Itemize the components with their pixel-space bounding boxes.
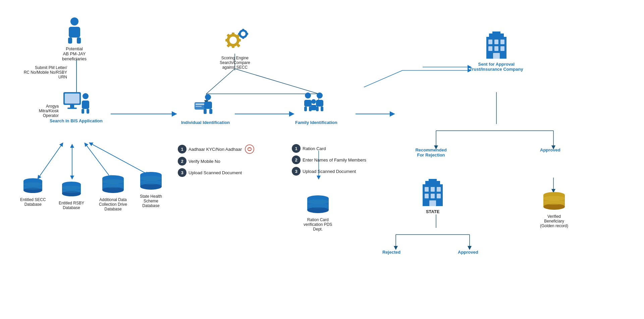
- svg-rect-117: [437, 187, 441, 192]
- approved-bottom-label: Approved: [458, 250, 478, 255]
- svg-point-70: [317, 92, 323, 99]
- svg-rect-68: [304, 107, 307, 111]
- rsby-db-label: Entitled RSBY Database: [59, 201, 84, 210]
- svg-rect-67: [304, 100, 312, 107]
- rejected-node: Rejected: [382, 250, 400, 255]
- sent-for-approval-node: Sent for Approval Trust/Insurance Compan…: [470, 30, 523, 72]
- svg-point-74: [311, 99, 316, 104]
- svg-rect-116: [431, 187, 435, 192]
- family-step-2: 2 Enter Names of Family Members: [292, 155, 366, 164]
- shsd-db-icon: [139, 171, 163, 193]
- svg-line-6: [39, 144, 62, 178]
- svg-rect-62: [242, 29, 244, 31]
- family-icon: [301, 92, 331, 117]
- rsby-db-node: Entitled RSBY Database: [59, 181, 84, 210]
- svg-rect-65: [246, 33, 248, 35]
- state-building-node: STATE: [419, 178, 446, 214]
- adcd-db-label: Additional Data Collection Drive Databas…: [99, 197, 127, 211]
- svg-line-29: [364, 70, 402, 87]
- state-building-icon: [419, 178, 446, 208]
- card-icon: [194, 94, 217, 117]
- svg-point-90: [102, 179, 124, 184]
- svg-point-51: [230, 38, 236, 43]
- svg-point-91: [102, 183, 124, 188]
- family-steps-section: 1 Ration Card 2 Enter Names of Family Me…: [292, 144, 366, 178]
- family-step-3: 3 Upload Scanned Document: [292, 167, 366, 176]
- individual-step-1: 1 Aadhaar KYC/Non Aadhaar: [178, 144, 255, 154]
- diagram: Potential AB PM-JAY beneficiaries Submit…: [0, 0, 644, 319]
- svg-rect-41: [82, 109, 84, 114]
- gear-icon: [220, 27, 250, 54]
- svg-rect-52: [232, 33, 234, 36]
- svg-rect-33: [68, 38, 72, 44]
- svg-rect-42: [87, 109, 89, 114]
- svg-rect-120: [437, 194, 441, 198]
- svg-rect-108: [488, 46, 492, 51]
- svg-rect-63: [242, 36, 244, 39]
- svg-rect-121: [429, 200, 436, 206]
- svg-rect-54: [225, 39, 229, 42]
- svg-line-3: [206, 69, 235, 94]
- svg-rect-34: [77, 38, 81, 44]
- svg-point-101: [307, 203, 329, 208]
- svg-rect-46: [209, 109, 212, 114]
- secc-db-icon: [23, 178, 43, 196]
- svg-line-11: [86, 144, 111, 178]
- svg-point-39: [83, 93, 89, 99]
- svg-point-66: [305, 92, 311, 99]
- svg-rect-55: [237, 39, 241, 42]
- svg-rect-40: [82, 101, 89, 109]
- shsd-db-node: State Health Scheme Database: [139, 171, 163, 208]
- svg-rect-118: [425, 194, 429, 198]
- svg-rect-109: [494, 46, 498, 51]
- kiosk-operator-node: Search in BIS Application: [50, 92, 103, 123]
- svg-rect-114: [429, 179, 437, 182]
- svg-line-7: [39, 144, 62, 178]
- svg-rect-45: [204, 109, 207, 114]
- secc-db-label: Entitled SECC Database: [20, 197, 46, 207]
- scoring-engine-node: Scoring Engine Search/Compare against SE…: [220, 27, 250, 70]
- svg-point-96: [140, 180, 162, 185]
- svg-point-95: [140, 176, 162, 181]
- individual-id-label: Individual Identification: [181, 120, 230, 125]
- svg-rect-111: [493, 53, 500, 59]
- family-step-circle-3: 3: [292, 167, 301, 176]
- svg-point-76: [245, 145, 254, 153]
- recommended-rejection-node: Recommended For Rejection: [409, 147, 453, 157]
- svg-rect-75: [311, 105, 316, 110]
- svg-rect-110: [500, 46, 504, 51]
- svg-rect-71: [316, 100, 323, 107]
- family-step-circle-1: 1: [292, 144, 301, 153]
- svg-point-125: [543, 196, 565, 201]
- family-id-label: Family Identification: [295, 120, 337, 125]
- svg-rect-119: [431, 194, 435, 198]
- ration-card-db-node: Ration Card verification PDS Dept.: [304, 194, 332, 232]
- individual-steps-section: 1 Aadhaar KYC/Non Aadhaar 2 Verify Mobil…: [178, 144, 255, 180]
- adcd-db-icon: [101, 174, 125, 196]
- svg-point-126: [543, 200, 565, 205]
- svg-rect-115: [425, 187, 429, 192]
- scoring-engine-label: Scoring Engine Search/Compare against SE…: [220, 56, 250, 70]
- svg-line-12: [91, 143, 148, 174]
- fingerprint-icon: [245, 144, 255, 154]
- golden-db-node: Verified Beneficiary (Golden record): [540, 191, 568, 228]
- family-id-node: Family Identification: [295, 92, 337, 125]
- svg-point-31: [70, 17, 78, 25]
- potential-beneficiary-node: Potential AB PM-JAY beneficiaries: [62, 17, 87, 61]
- potential-beneficiary-label: Potential AB PM-JAY beneficiaries: [62, 46, 87, 61]
- individual-step-2: 2 Verify Mobile No: [178, 157, 255, 166]
- svg-rect-105: [488, 40, 492, 44]
- svg-rect-49: [196, 106, 202, 107]
- svg-rect-72: [316, 107, 319, 111]
- step-circle-2: 2: [178, 157, 186, 166]
- svg-line-10: [86, 144, 111, 178]
- svg-line-13: [91, 143, 148, 174]
- svg-line-4: [235, 69, 319, 94]
- svg-rect-64: [238, 33, 241, 35]
- svg-point-86: [62, 189, 81, 193]
- recommended-rejection-label: Recommended For Rejection: [409, 147, 453, 157]
- sent-for-approval-label: Sent for Approval Trust/Insurance Compan…: [470, 62, 523, 72]
- step-circle-1: 1: [178, 145, 186, 153]
- rejected-label: Rejected: [382, 250, 400, 255]
- individual-id-node: Individual Identification: [181, 94, 230, 125]
